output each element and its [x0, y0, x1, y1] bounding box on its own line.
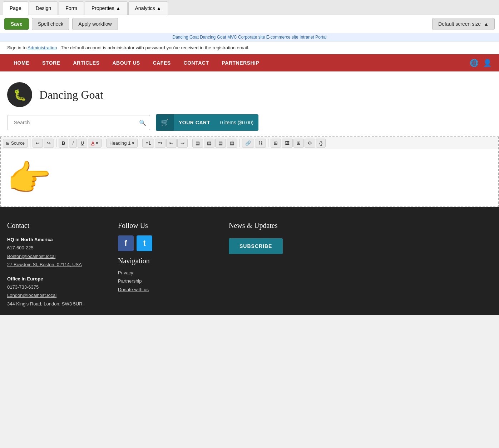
footer-contact: Contact HQ in North America 617-600-225 … [7, 221, 107, 308]
italic-button[interactable]: I [69, 139, 77, 148]
info-bar: Dancing Goat Dancing Goat MVC Corporate … [0, 33, 499, 41]
screen-size-button[interactable]: Default screen size ▲ [432, 18, 495, 30]
user-icon[interactable]: 👤 [483, 59, 492, 67]
toolbar-separator-4 [140, 139, 140, 147]
admin-notice-text-before: Sign in to [7, 45, 28, 50]
search-input[interactable] [11, 115, 139, 130]
footer-follow-nav: Follow Us f t Navigation Privacy Partner… [118, 221, 218, 308]
main-toolbar: Save Spell check Apply workflow Default … [0, 15, 499, 33]
logo-icon: 🐛 [13, 89, 26, 101]
spell-check-button[interactable]: Spell check [32, 18, 70, 30]
apply-workflow-button[interactable]: Apply workflow [72, 18, 118, 30]
font-color-button[interactable]: A ▾ [88, 139, 102, 148]
footer-nav-donate[interactable]: Donate with us [118, 285, 218, 294]
info-link-ecommerce[interactable]: E-commerce site [266, 35, 298, 40]
facebook-icon[interactable]: f [118, 235, 134, 251]
image-button[interactable]: 🖼 [282, 139, 293, 148]
footer-hq-email[interactable]: Boston@localhost.local [7, 252, 107, 260]
globe-icon[interactable]: 🌐 [470, 59, 479, 67]
toolbar-separator-2 [56, 139, 56, 147]
info-link-dancing-goat-mvc[interactable]: Dancing Goat MVC [200, 35, 237, 40]
subscribe-button[interactable]: SUBSCRIBE [229, 238, 283, 254]
tab-design[interactable]: Design [29, 1, 58, 15]
footer-nav-heading: Navigation [118, 257, 218, 265]
editor-toolbar: ⊞ Source ↩ ↪ B I U A ▾ Heading 1 ▾ ≡1 ≡•… [1, 137, 498, 149]
admin-notice-link[interactable]: Administration [28, 45, 57, 50]
cart-count: 0 items ($0.00) [215, 115, 258, 130]
pointer-emoji: 👈 [8, 160, 53, 196]
footer-news-heading: News & Updates [229, 221, 329, 230]
source-icon: ⊞ [6, 141, 10, 146]
toolbar-separator-1 [30, 139, 30, 147]
info-link-intranet[interactable]: Intranet Portal [300, 35, 326, 40]
footer-nav-privacy[interactable]: Privacy [118, 269, 218, 277]
footer-follow-heading: Follow Us [118, 221, 218, 230]
tab-form[interactable]: Form [59, 1, 84, 15]
tab-page[interactable]: Page [3, 1, 28, 15]
align-left-button[interactable]: ▤ [192, 139, 203, 148]
align-center-button[interactable]: ▤ [204, 139, 214, 148]
tab-analytics[interactable]: Analytics ▲ [128, 1, 168, 15]
toolbar-separator-3 [104, 139, 104, 147]
widget-button[interactable]: ⚙ [305, 139, 315, 148]
nav-icons: 🌐 👤 [470, 59, 492, 67]
editor-area: ⊞ Source ↩ ↪ B I U A ▾ Heading 1 ▾ ≡1 ≡•… [0, 136, 499, 207]
cart-icon: 🛒 [156, 114, 174, 131]
editor-content[interactable]: 👈 [1, 149, 498, 206]
footer-nav-partnership[interactable]: Partnership [118, 277, 218, 285]
redo-button[interactable]: ↪ [44, 139, 54, 148]
heading-label: Heading 1 [109, 140, 130, 146]
site-header: 🐛 Dancing Goat [7, 79, 492, 114]
site-logo: 🐛 [7, 82, 32, 107]
nav-item-articles[interactable]: ARTICLES [66, 54, 106, 71]
nav-item-partnership[interactable]: PARTNERSHIP [215, 54, 266, 71]
align-justify-button[interactable]: ▤ [227, 139, 237, 148]
save-button[interactable]: Save [4, 18, 29, 30]
search-box: 🔍 [7, 115, 150, 130]
ol-button[interactable]: ≡1 [142, 139, 154, 148]
footer-hq-address[interactable]: 27 Bowdoin St, Boston, 02114, USA [7, 260, 107, 269]
twitter-icon[interactable]: t [137, 235, 152, 251]
align-right-button[interactable]: ▤ [215, 139, 226, 148]
ul-button[interactable]: ≡• [155, 139, 165, 148]
cart-label: YOUR CART [174, 115, 215, 130]
source-label: Source [11, 141, 25, 146]
nav-item-cafes[interactable]: CAFES [147, 54, 177, 71]
bold-button[interactable]: B [59, 139, 68, 148]
nav-item-store[interactable]: STORE [36, 54, 66, 71]
heading-dropdown[interactable]: Heading 1 ▾ [106, 139, 138, 148]
underline-button[interactable]: U [78, 139, 87, 148]
search-cart-row: 🔍 🛒 YOUR CART 0 items ($0.00) [7, 114, 492, 136]
nav-item-about-us[interactable]: ABOUT US [106, 54, 146, 71]
social-icons: f t [118, 235, 218, 251]
table-button[interactable]: ⊞ [271, 139, 281, 148]
site-title: Dancing Goat [39, 88, 103, 101]
footer-hq-label: HQ in North America [7, 235, 107, 244]
footer-eu-phone: 0173-733-6375 [7, 284, 39, 290]
link-button[interactable]: 🔗 [242, 139, 254, 148]
screen-size-arrow-icon: ▲ [484, 21, 489, 27]
info-link-corporate[interactable]: Corporate site [238, 35, 265, 40]
nav-item-contact[interactable]: CONTACT [177, 54, 216, 71]
nav-item-home[interactable]: HOME [7, 54, 36, 71]
footer-news: News & Updates SUBSCRIBE [229, 221, 329, 308]
admin-notice: Sign in to Administration . The default … [0, 41, 499, 54]
tab-properties[interactable]: Properties ▲ [85, 1, 128, 15]
code-button[interactable]: {} [316, 139, 326, 148]
grid-button[interactable]: ⊞ [293, 139, 304, 148]
undo-button[interactable]: ↩ [33, 139, 43, 148]
footer-eu-address: 344 King's Road, London, SW3 5UR, [7, 301, 84, 307]
site-footer: Contact HQ in North America 617-600-225 … [0, 207, 499, 315]
cart-button[interactable]: 🛒 YOUR CART 0 items ($0.00) [156, 114, 258, 131]
info-link-dancing-goat[interactable]: Dancing Goat [173, 35, 199, 40]
source-button[interactable]: ⊞ Source [3, 139, 28, 148]
screen-size-label: Default screen size [438, 21, 481, 27]
footer-navigation: Navigation Privacy Partnership Donate wi… [118, 257, 218, 294]
indent-more-button[interactable]: ⇥ [177, 139, 188, 148]
tab-bar: Page Design Form Properties ▲ Analytics … [0, 0, 499, 15]
footer-grid: Contact HQ in North America 617-600-225 … [7, 221, 329, 308]
footer-eu-email[interactable]: London@localhost.local [7, 291, 107, 299]
unlink-button[interactable]: ⛓ [255, 139, 266, 148]
footer-hq-phone: 617-600-225 [7, 245, 34, 250]
indent-less-button[interactable]: ⇤ [166, 139, 177, 148]
